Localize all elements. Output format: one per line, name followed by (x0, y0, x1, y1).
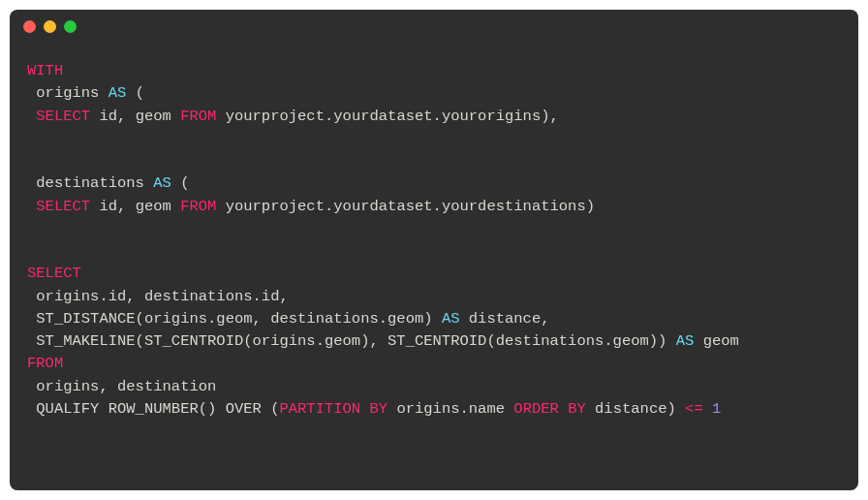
code-token: geom (694, 332, 739, 350)
code-token: BY (369, 400, 388, 418)
code-token: BY (568, 400, 586, 418)
code-token: QUALIFY ROW_NUMBER() OVER ( (27, 400, 279, 418)
code-line: SELECT id, geom FROM yourproject.yourdat… (27, 196, 841, 218)
code-line: origins.id, destinations.id, (27, 286, 841, 308)
code-line: origins AS ( (27, 82, 841, 105)
code-token: ST_MAKELINE(ST_CENTROID(origins.geom), S… (27, 332, 676, 350)
code-token: AS (676, 332, 695, 350)
code-line (27, 150, 841, 172)
code-token: origins, destination (27, 378, 216, 395)
code-token: SELECT (36, 108, 90, 125)
code-token: FROM (180, 108, 216, 125)
code-line (27, 128, 841, 150)
code-line: FROM (27, 353, 841, 375)
code-token: PARTITION (279, 400, 360, 418)
maximize-icon[interactable] (64, 20, 77, 33)
code-line: ST_DISTANCE(origins.geom, destinations.g… (27, 308, 841, 330)
code-token: origins.id, destinations.id, (27, 288, 289, 305)
close-icon[interactable] (23, 20, 36, 33)
code-token: FROM (27, 355, 63, 372)
code-window: WITH origins AS ( SELECT id, geom FROM y… (10, 10, 858, 490)
code-token (27, 198, 36, 215)
code-token: SELECT (27, 265, 81, 282)
code-token: origins (27, 84, 108, 102)
code-line: SELECT id, geom FROM yourproject.yourdat… (27, 106, 841, 128)
window-titlebar (10, 10, 858, 43)
code-token: yourproject.yourdataset.yourorigins), (216, 108, 558, 125)
code-token: ( (126, 84, 144, 102)
code-token: AS (108, 84, 127, 102)
code-line: destinations AS ( (27, 172, 841, 195)
code-token: id, geom (90, 108, 180, 125)
code-line: ST_MAKELINE(ST_CENTROID(origins.geom), S… (27, 330, 841, 353)
code-line (27, 240, 841, 263)
code-token: WITH (27, 62, 63, 79)
code-token: FROM (180, 198, 216, 215)
code-block: WITH origins AS ( SELECT id, geom FROM y… (10, 43, 858, 438)
code-token: destinations (27, 174, 153, 192)
code-line (27, 218, 841, 240)
minimize-icon[interactable] (44, 20, 56, 33)
code-token: ST_DISTANCE(origins.geom, destinations.g… (27, 310, 442, 328)
code-line: WITH (27, 60, 841, 82)
code-token: ( (171, 174, 190, 192)
code-token: 1 (712, 400, 721, 418)
code-token (703, 400, 712, 418)
code-token: id, geom (90, 198, 180, 215)
code-token (27, 108, 36, 125)
code-token: AS (442, 310, 460, 328)
code-line: QUALIFY ROW_NUMBER() OVER (PARTITION BY … (27, 398, 841, 421)
code-token: SELECT (36, 198, 90, 215)
code-token (559, 400, 568, 418)
code-token: distance) (586, 400, 685, 418)
code-token: origins.name (388, 400, 513, 418)
code-line: SELECT (27, 263, 841, 285)
code-token: yourproject.yourdataset.yourdestinations… (216, 198, 595, 215)
code-token: AS (153, 174, 171, 192)
code-token: ORDER (513, 400, 559, 418)
code-line: origins, destination (27, 376, 841, 398)
code-token: distance, (459, 310, 549, 328)
code-token: <= (685, 400, 703, 418)
